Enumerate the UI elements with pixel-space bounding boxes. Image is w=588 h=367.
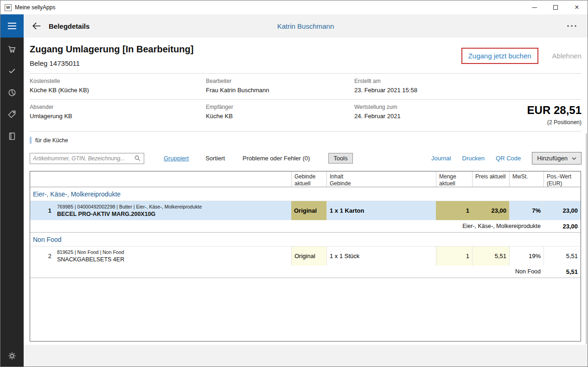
header-menge: Menge aktuell (436, 171, 472, 187)
article-cell: 769985 | 04000492002298 | Butter | Eier-… (54, 201, 291, 220)
sorted-toggle[interactable]: Sortiert (205, 155, 225, 162)
meta-label: Absender (30, 104, 206, 110)
problems-filter[interactable]: Probleme oder Fehler (0) (243, 155, 310, 162)
menge-cell[interactable]: 1 (436, 247, 472, 266)
search-box[interactable] (30, 153, 144, 164)
close-button[interactable]: × (566, 0, 588, 14)
table-header-row: Gebinde aktuell Inhalt Gebinde Menge akt… (30, 171, 581, 187)
header-preis: Preis aktuell (472, 171, 509, 187)
meta-value: Frau Katrin Buschmann (206, 87, 354, 94)
subtotal-value: 5,51 (543, 268, 581, 275)
gebinde-cell[interactable]: Original (291, 247, 326, 266)
user-name: Katrin Buschmann (277, 22, 334, 30)
titlebar: W Meine sellyApps × (0, 0, 588, 14)
meta-label: Bearbeiter (206, 78, 354, 84)
book-receipt-button[interactable]: Zugang jetzt buchen (461, 48, 538, 64)
wert-cell: 5,51 (543, 247, 581, 266)
meta-value: 24. Februar 2021 (354, 113, 527, 120)
note-marker (30, 137, 32, 144)
check-icon (7, 66, 17, 76)
app-logo-icon: W (5, 4, 12, 11)
positions-table: Gebinde aktuell Inhalt Gebinde Menge akt… (30, 171, 581, 342)
add-button[interactable]: Hinzufügen (532, 152, 582, 165)
row-number: 1 (30, 201, 54, 220)
divider (30, 131, 582, 132)
sidebar-item-settings[interactable] (7, 351, 17, 361)
inhalt-cell[interactable]: 1 x 1 Karton (326, 201, 436, 220)
inhalt-cell[interactable]: 1 x 1 Stück (326, 247, 436, 266)
mwst-cell: 19% (509, 247, 543, 266)
meta-value: Umlagerung KB (30, 113, 206, 120)
page-title: Belegdetails (49, 22, 89, 30)
scrollbar[interactable] (586, 133, 587, 344)
minimize-button[interactable] (524, 0, 545, 14)
status-strip (24, 345, 588, 367)
maximize-button[interactable] (545, 0, 566, 14)
tag-icon (7, 110, 17, 119)
group-subtotal: Non Food 5,51 (30, 266, 581, 278)
total-positions: (2 Positionen) (527, 119, 582, 126)
maximize-icon (553, 5, 558, 10)
article-cell: 819625 | Non Food | Non Food SNACKGABELS… (54, 247, 291, 266)
menge-cell[interactable]: 1 (436, 201, 472, 220)
search-icon (134, 155, 141, 162)
grouped-toggle[interactable]: Gruppiert (164, 155, 189, 162)
journal-link[interactable]: Journal (431, 155, 451, 162)
document-note: für die Küche (30, 137, 582, 144)
sidebar-item-documents[interactable] (7, 132, 17, 141)
gear-icon (7, 351, 17, 361)
pie-chart-icon (7, 88, 17, 97)
header-mwst: MwSt. (509, 171, 543, 187)
add-button-label: Hinzufügen (537, 155, 568, 162)
meta-label: Wertstellung zum (354, 104, 527, 110)
note-text: für die Küche (35, 137, 68, 144)
subtotal-label: Non Food (30, 268, 543, 275)
hamburger-menu-button[interactable] (0, 14, 24, 38)
meta-value: Küche KB (206, 113, 354, 120)
content-area: Zugang Umlagerung [In Bearbeitung] Beleg… (24, 38, 588, 345)
gebinde-cell[interactable]: Original (291, 201, 326, 220)
minimize-icon (532, 7, 537, 8)
sidebar (0, 14, 24, 367)
header-wert: Pos.-Wert (EUR) (543, 171, 581, 187)
sidebar-item-cart[interactable] (7, 44, 17, 54)
reject-button[interactable]: Ablehnen (552, 52, 582, 60)
search-input[interactable] (33, 155, 134, 162)
chevron-down-icon (572, 157, 576, 160)
document-title: Zugang Umlagerung [In Bearbeitung] (30, 44, 193, 55)
tools-button[interactable]: Tools (328, 153, 352, 164)
close-icon: × (575, 3, 579, 12)
group-header: Non Food (30, 233, 581, 246)
meta-label: Erstellt am (354, 78, 582, 84)
more-button[interactable] (564, 23, 579, 29)
table-row[interactable]: 1 769985 | 04000492002298 | Butter | Eie… (30, 201, 581, 220)
print-link[interactable]: Drucken (462, 155, 485, 162)
table-row[interactable]: 2 819625 | Non Food | Non Food SNACKGABE… (30, 246, 581, 266)
row-number: 2 (30, 247, 54, 266)
subtotal-label: Eier-, Käse-, Molkereiprodukte (30, 223, 543, 229)
sidebar-item-prices[interactable] (7, 110, 17, 119)
list-toolbar: Gruppiert Sortiert Probleme oder Fehler … (30, 152, 582, 165)
article-detail: 769985 | 04000492002298 | Butter | Eier-… (57, 204, 202, 209)
back-arrow-icon (32, 21, 42, 31)
more-icon (566, 25, 577, 27)
meta-row-1: Kostenstelle Küche KB (Küche KB) Bearbei… (30, 74, 582, 99)
preis-cell[interactable]: 5,51 (472, 247, 509, 266)
sidebar-item-tasks[interactable] (7, 66, 17, 76)
hamburger-icon (8, 23, 16, 24)
window-title: Meine sellyApps (15, 4, 55, 11)
meta-value: Küche KB (Küche KB) (30, 87, 206, 94)
back-button[interactable] (31, 20, 42, 32)
qr-code-link[interactable]: QR Code (496, 155, 521, 162)
book-icon (7, 132, 17, 141)
document-number: Beleg 14735011 (30, 59, 193, 67)
preis-cell[interactable]: 23,00 (472, 201, 509, 220)
total-amount: EUR 28,51 (527, 104, 582, 117)
sidebar-item-reports[interactable] (7, 88, 17, 97)
group-header: Eier-, Käse-, Molkereiprodukte (30, 187, 581, 201)
meta-value: 23. Februar 2021 15:58 (354, 87, 582, 94)
header-inhalt: Inhalt Gebinde (326, 171, 436, 187)
subtotal-value: 23,00 (543, 223, 581, 230)
article-name: SNACKGABELSETS 4ER (57, 256, 124, 263)
group-subtotal: Eier-, Käse-, Molkereiprodukte 23,00 (30, 220, 581, 233)
